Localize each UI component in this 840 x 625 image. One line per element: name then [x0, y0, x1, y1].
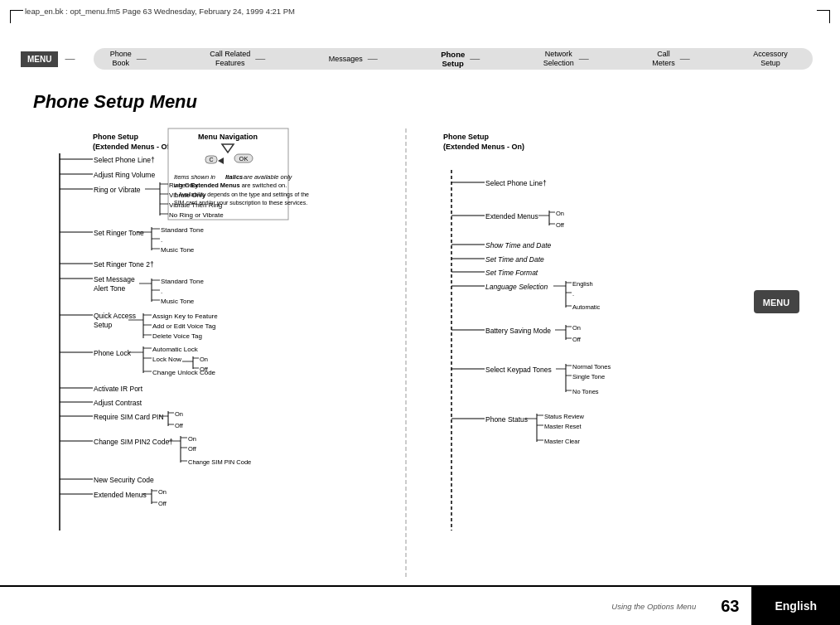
- nav-item-messages-label: Messages: [329, 55, 363, 64]
- svg-text:Add or Edit Voice Tag: Add or Edit Voice Tag: [152, 322, 215, 330]
- menu-label: MENU: [21, 51, 58, 67]
- nav-item-networksel-label: NetworkSelection: [543, 50, 574, 68]
- svg-text:Assign Key to Feature: Assign Key to Feature: [152, 312, 218, 320]
- svg-text:Phone Setup: Phone Setup: [443, 133, 490, 141]
- svg-text:.: .: [161, 236, 162, 244]
- svg-text:are available only: are available only: [244, 173, 293, 181]
- nav-sep-2: —: [255, 53, 265, 65]
- nav-item-callrelated: Call RelatedFeatures —: [210, 50, 265, 68]
- svg-text:Extended Menus: Extended Menus: [485, 212, 538, 220]
- svg-text:Phone Lock: Phone Lock: [94, 349, 132, 357]
- svg-text:Vibrate Then Ring: Vibrate Then Ring: [169, 201, 222, 209]
- nav-item-accessory: AccessorySetup: [753, 50, 788, 68]
- svg-text:Quick Access: Quick Access: [94, 312, 136, 320]
- nav-item-phonebook-label: PhoneBook: [110, 50, 132, 68]
- svg-text:Set Ringer Tone 2†: Set Ringer Tone 2†: [94, 260, 154, 269]
- svg-text:Set Time and Date: Set Time and Date: [485, 255, 544, 264]
- svg-text:Off: Off: [188, 445, 197, 453]
- svg-text:Italics: Italics: [225, 173, 243, 181]
- svg-text:Music Tone: Music Tone: [161, 298, 195, 305]
- svg-text:No Ring or Vibrate: No Ring or Vibrate: [169, 211, 224, 219]
- svg-text:Master Reset: Master Reset: [544, 423, 582, 430]
- svg-text:Ring Only: Ring Only: [169, 182, 198, 189]
- nav-item-phonesetup-label: PhoneSetup: [441, 50, 465, 69]
- svg-text:Change SIM PIN Code: Change SIM PIN Code: [188, 458, 251, 466]
- nav-item-messages: Messages —: [329, 53, 378, 65]
- svg-text:On: On: [572, 324, 581, 332]
- svg-text:Standard Tone: Standard Tone: [161, 278, 204, 285]
- nav-item-accessory-label: AccessorySetup: [753, 50, 788, 68]
- nav-item-callrelated-label: Call RelatedFeatures: [210, 50, 250, 68]
- svg-text:Battery Saving Mode: Battery Saving Mode: [485, 327, 551, 335]
- svg-text:On: On: [188, 435, 196, 443]
- nav-items-row: MENU — PhoneBook — Call RelatedFeatures …: [21, 40, 819, 78]
- svg-text:MENU: MENU: [763, 298, 789, 308]
- svg-text:Music Tone: Music Tone: [161, 246, 195, 254]
- svg-text:Off: Off: [556, 221, 565, 229]
- svg-text:Extended Menus: Extended Menus: [94, 491, 147, 499]
- nav-sep-5: —: [579, 53, 589, 65]
- nav-items: PhoneBook — Call RelatedFeatures — Messa…: [78, 50, 819, 69]
- svg-text:(Extended Menus - On): (Extended Menus - On): [443, 143, 524, 151]
- nav-item-phonesetup: PhoneSetup —: [441, 50, 480, 69]
- svg-text:Off: Off: [158, 500, 167, 507]
- svg-text:Change Unlock Code: Change Unlock Code: [152, 369, 216, 376]
- svg-text:Adjust Contrast: Adjust Contrast: [94, 399, 142, 407]
- corner-mark-tr: [817, 10, 830, 23]
- svg-text:Off: Off: [175, 422, 184, 429]
- svg-text:Setup: Setup: [94, 321, 112, 329]
- svg-text:Automatic Lock: Automatic Lock: [152, 346, 199, 353]
- svg-text:(Extended Menus - Off): (Extended Menus - Off): [93, 143, 175, 151]
- svg-text:On: On: [200, 356, 208, 363]
- svg-text:New Security Code: New Security Code: [94, 476, 154, 484]
- diagram-area: Phone Setup (Extended Menus - Off) Menu …: [17, 124, 823, 584]
- svg-text:Select Keypad Tones: Select Keypad Tones: [485, 366, 552, 374]
- svg-text:Lock Now: Lock Now: [152, 356, 181, 363]
- svg-text:Status Review: Status Review: [544, 413, 585, 420]
- svg-text:Phone Setup: Phone Setup: [93, 133, 139, 141]
- svg-text:Activate IR Port: Activate IR Port: [94, 385, 143, 393]
- svg-text:On: On: [556, 210, 564, 217]
- svg-text:Delete Voice Tag: Delete Voice Tag: [152, 332, 202, 340]
- nav-item-callmeters-label: CallMeters: [652, 50, 675, 68]
- svg-text:Adjust Ring Volume: Adjust Ring Volume: [94, 171, 155, 179]
- main-diagram-svg: Phone Setup (Extended Menus - Off) Menu …: [17, 124, 823, 579]
- nav-sep-3: —: [368, 53, 378, 65]
- svg-text:On: On: [158, 488, 167, 496]
- svg-text:Require SIM Card PIN: Require SIM Card PIN: [94, 413, 164, 421]
- svg-text:Select Phone Line†: Select Phone Line†: [94, 156, 155, 164]
- footer-caption: Using the Options Menu: [0, 602, 708, 611]
- svg-text:Vibrate Only: Vibrate Only: [169, 191, 205, 199]
- corner-mark-tl: [10, 10, 23, 23]
- svg-text:Off: Off: [572, 336, 582, 343]
- nav-arrow-1: —: [65, 53, 75, 65]
- svg-text:Set Ringer Tone: Set Ringer Tone: [94, 229, 144, 237]
- nav-sep-6: —: [680, 53, 690, 65]
- nav-item-callmeters: CallMeters —: [652, 50, 690, 68]
- svg-text:Normal Tones: Normal Tones: [572, 363, 611, 371]
- svg-text:Select Phone Line†: Select Phone Line†: [485, 179, 547, 187]
- nav-item-networksel: NetworkSelection —: [543, 50, 589, 68]
- svg-text:On: On: [175, 410, 183, 418]
- file-reference: leap_en.bk : opt_menu.fm5 Page 63 Wednes…: [25, 7, 295, 16]
- footer-page-number: 63: [708, 597, 751, 616]
- svg-text:Phone Status: Phone Status: [485, 415, 528, 424]
- svg-text:English: English: [572, 280, 593, 288]
- nav-bar: MENU — PhoneBook — Call RelatedFeatures …: [21, 40, 819, 78]
- svg-text:OK: OK: [239, 155, 249, 162]
- svg-text:Ring or Vibrate: Ring or Vibrate: [94, 186, 141, 194]
- nav-sep-1: —: [137, 53, 147, 65]
- svg-text:Language Selection: Language Selection: [485, 283, 548, 291]
- svg-text:Master Clear: Master Clear: [544, 438, 580, 445]
- svg-text:Change SIM PIN2 Code†: Change SIM PIN2 Code†: [94, 438, 173, 446]
- svg-text:Items shown in: Items shown in: [174, 173, 215, 181]
- svg-text:Single Tone: Single Tone: [572, 373, 605, 380]
- nav-item-phonebook: PhoneBook —: [110, 50, 147, 68]
- svg-text:No Tones: No Tones: [572, 388, 599, 395]
- svg-text:Set Time Format: Set Time Format: [485, 269, 538, 277]
- svg-text:Standard Tone: Standard Tone: [161, 226, 204, 234]
- svg-text:.: .: [161, 288, 162, 295]
- svg-text:.: .: [572, 290, 574, 298]
- svg-text:C: C: [209, 157, 213, 162]
- svg-text:Set Message: Set Message: [94, 275, 135, 283]
